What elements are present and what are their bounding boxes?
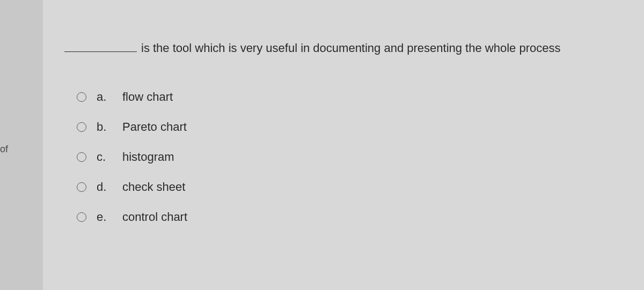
option-text: histogram bbox=[122, 150, 174, 164]
sidebar-text-fragment-mid: t of bbox=[0, 144, 8, 155]
option-b[interactable]: b. Pareto chart bbox=[75, 112, 633, 142]
radio-icon[interactable] bbox=[75, 211, 88, 224]
radio-icon[interactable] bbox=[75, 181, 88, 194]
radio-icon[interactable] bbox=[75, 91, 88, 103]
radio-icon[interactable] bbox=[75, 151, 88, 163]
option-d[interactable]: d. check sheet bbox=[75, 172, 633, 202]
option-e[interactable]: e. control chart bbox=[75, 202, 633, 232]
option-letter: a. bbox=[97, 90, 113, 104]
question-area: is the tool which is very useful in docu… bbox=[64, 40, 633, 232]
question-stem: is the tool which is very useful in docu… bbox=[64, 40, 633, 55]
option-text: Pareto chart bbox=[122, 120, 187, 134]
radio-icon[interactable] bbox=[75, 121, 88, 133]
option-text: check sheet bbox=[122, 180, 185, 194]
option-letter: d. bbox=[97, 180, 113, 194]
fill-blank-line bbox=[64, 40, 137, 52]
option-letter: b. bbox=[97, 120, 113, 134]
sidebar-panel: on t of bbox=[0, 0, 43, 290]
options-list: a. flow chart b. Pareto chart c. histogr… bbox=[75, 82, 633, 232]
option-text: flow chart bbox=[122, 90, 173, 104]
option-letter: c. bbox=[97, 150, 113, 164]
option-a[interactable]: a. flow chart bbox=[75, 82, 633, 112]
option-text: control chart bbox=[122, 210, 187, 224]
option-c[interactable]: c. histogram bbox=[75, 142, 633, 172]
option-letter: e. bbox=[97, 210, 113, 224]
question-text: is the tool which is very useful in docu… bbox=[141, 41, 560, 55]
